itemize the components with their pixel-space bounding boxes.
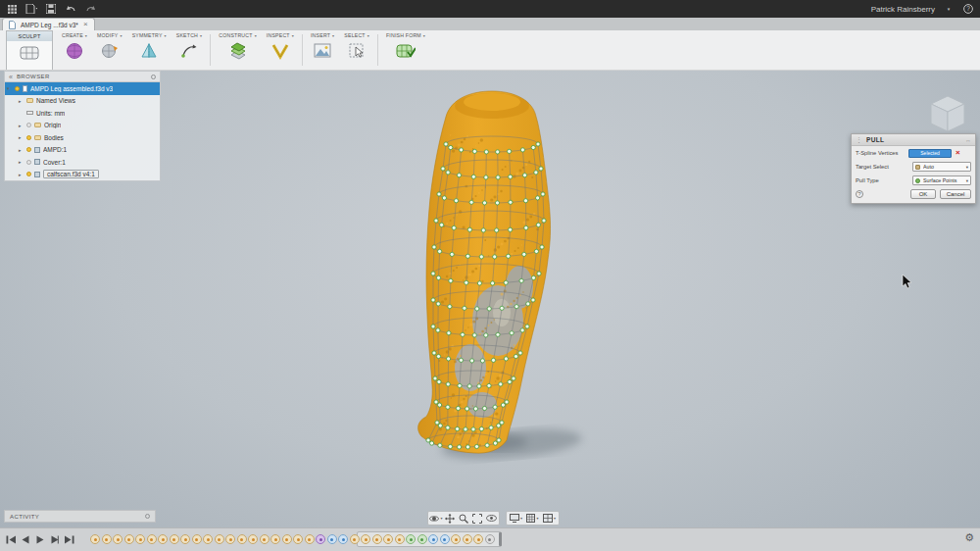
tspline-vertex[interactable] bbox=[496, 175, 500, 179]
timeline-marker[interactable] bbox=[350, 534, 360, 544]
viewport-3d-model[interactable] bbox=[372, 74, 627, 466]
tspline-vertex[interactable] bbox=[474, 444, 478, 448]
viewport-3d[interactable]: « BROWSER ▾ AMPD Leg assembled.f3d v3 ▸ … bbox=[0, 71, 980, 527]
tspline-vertex[interactable] bbox=[520, 148, 524, 152]
timeline-marker[interactable] bbox=[305, 534, 315, 544]
fit-icon[interactable] bbox=[470, 513, 484, 524]
tspline-vertex[interactable] bbox=[500, 421, 504, 425]
modify-form-icon[interactable] bbox=[101, 41, 119, 61]
tspline-vertex[interactable] bbox=[514, 305, 518, 309]
toolbar-group-select[interactable]: SELECT▾ bbox=[339, 30, 374, 70]
tspline-vertex[interactable] bbox=[466, 254, 469, 258]
expand-dialog-icon[interactable]: ↔ bbox=[965, 137, 971, 143]
tspline-vertex[interactable] bbox=[500, 306, 504, 310]
redo-icon[interactable] bbox=[84, 3, 96, 15]
tspline-vertex[interactable] bbox=[542, 219, 546, 223]
tspline-vertex[interactable] bbox=[477, 384, 481, 388]
timeline-marker[interactable] bbox=[327, 534, 337, 544]
tspline-vertex[interactable] bbox=[537, 272, 541, 276]
tspline-vertex[interactable] bbox=[432, 245, 436, 249]
step-forward-icon[interactable] bbox=[48, 532, 61, 546]
pull-type-dropdown[interactable]: Surface Points ▾ bbox=[912, 175, 971, 185]
visibility-bulb-icon[interactable] bbox=[26, 160, 31, 165]
activity-bar[interactable]: ACTIVITY bbox=[4, 510, 156, 523]
tspline-vertex[interactable] bbox=[449, 145, 453, 149]
timeline-marker[interactable] bbox=[361, 534, 370, 544]
tspline-vertex[interactable] bbox=[512, 376, 515, 380]
target-select-dropdown[interactable]: Auto ▾ bbox=[912, 162, 971, 172]
tspline-vertex[interactable] bbox=[496, 150, 500, 154]
tspline-vertex[interactable] bbox=[472, 333, 476, 337]
tspline-vertex[interactable] bbox=[531, 276, 535, 279]
tspline-vertex[interactable] bbox=[536, 196, 540, 200]
tspline-vertex[interactable] bbox=[471, 175, 475, 178]
selection-chip[interactable]: Selected bbox=[908, 149, 952, 158]
tspline-vertex[interactable] bbox=[493, 405, 497, 409]
go-to-start-icon[interactable] bbox=[4, 532, 17, 546]
expand-triangle-icon[interactable]: ▸ bbox=[19, 172, 24, 177]
toolbar-group-insert[interactable]: INSERT▾ bbox=[306, 30, 339, 70]
tspline-vertex[interactable] bbox=[524, 225, 528, 229]
document-tab[interactable]: AMPD Leg ...f3d v3* × bbox=[2, 18, 95, 30]
timeline-marker[interactable] bbox=[102, 534, 112, 544]
tspline-vertex[interactable] bbox=[456, 406, 460, 410]
toolbar-group-inspect[interactable]: INSPECT▾ bbox=[262, 30, 299, 70]
timeline-marker[interactable] bbox=[215, 534, 224, 544]
browser-row-units[interactable]: Units: mm bbox=[5, 107, 160, 120]
tspline-vertex[interactable] bbox=[526, 302, 530, 306]
tspline-vertex[interactable] bbox=[446, 382, 450, 386]
toolbar-group-finish-form[interactable]: FINISH FORM▾ bbox=[381, 30, 430, 70]
tspline-vertex[interactable] bbox=[541, 192, 545, 196]
expand-triangle-icon[interactable]: ▸ bbox=[19, 159, 24, 165]
pan-icon[interactable] bbox=[443, 513, 457, 524]
finish-form-icon[interactable] bbox=[396, 41, 416, 61]
tspline-vertex[interactable] bbox=[534, 249, 538, 253]
expand-triangle-icon[interactable]: ▸ bbox=[19, 98, 24, 104]
tspline-vertex[interactable] bbox=[534, 171, 538, 175]
tspline-vertex[interactable] bbox=[466, 407, 469, 411]
drag-grip-icon[interactable]: ⋮ bbox=[856, 136, 862, 143]
tspline-vertex[interactable] bbox=[539, 167, 543, 171]
tspline-vertex[interactable] bbox=[523, 199, 527, 203]
file-menu-icon[interactable] bbox=[25, 3, 37, 15]
tspline-vertex[interactable] bbox=[487, 307, 491, 311]
timeline-marker[interactable] bbox=[463, 534, 472, 544]
insert-image-icon[interactable] bbox=[314, 41, 331, 61]
cancel-button[interactable]: Cancel bbox=[940, 189, 971, 199]
tspline-vertex[interactable] bbox=[436, 328, 440, 332]
tspline-vertex[interactable] bbox=[531, 298, 535, 302]
tspline-vertex[interactable] bbox=[509, 175, 513, 178]
timeline-settings-gear-icon[interactable]: ⚙ bbox=[964, 532, 974, 543]
timeline-marker[interactable] bbox=[451, 534, 461, 544]
timeline-marker[interactable] bbox=[383, 534, 393, 544]
tspline-vertex[interactable] bbox=[514, 354, 517, 358]
tspline-vertex[interactable] bbox=[431, 325, 435, 328]
grid-snap-icon[interactable]: ▾ bbox=[524, 513, 541, 524]
tspline-vertex[interactable] bbox=[491, 281, 495, 285]
visibility-bulb-icon[interactable] bbox=[26, 147, 31, 152]
tspline-vertex[interactable] bbox=[484, 175, 488, 179]
timeline-marker[interactable] bbox=[473, 534, 483, 544]
tspline-vertex[interactable] bbox=[459, 358, 463, 362]
timeline-marker[interactable] bbox=[440, 534, 450, 544]
visibility-bulb-icon[interactable] bbox=[26, 135, 31, 140]
user-name[interactable]: Patrick Rainsberry bbox=[871, 5, 935, 14]
tspline-vertex[interactable] bbox=[456, 426, 460, 430]
tspline-vertex[interactable] bbox=[481, 228, 485, 232]
tspline-vertex[interactable] bbox=[522, 252, 526, 256]
timeline-marker[interactable] bbox=[113, 534, 122, 544]
tspline-vertex[interactable] bbox=[448, 305, 452, 309]
visibility-bulb-icon[interactable] bbox=[26, 172, 31, 176]
tspline-vertex[interactable] bbox=[495, 201, 499, 205]
tspline-vertex[interactable] bbox=[531, 145, 535, 149]
tspline-vertex[interactable] bbox=[447, 331, 451, 335]
help-icon[interactable]: ? bbox=[962, 3, 974, 15]
timeline-marker[interactable] bbox=[192, 534, 202, 544]
tspline-vertex[interactable] bbox=[536, 223, 540, 226]
timeline-position-handle[interactable] bbox=[499, 532, 502, 546]
sketch-icon[interactable] bbox=[180, 41, 198, 61]
save-icon[interactable] bbox=[45, 3, 57, 15]
tspline-vertex[interactable] bbox=[436, 354, 440, 358]
tspline-vertex[interactable] bbox=[505, 400, 509, 404]
timeline-marker[interactable] bbox=[237, 534, 247, 544]
